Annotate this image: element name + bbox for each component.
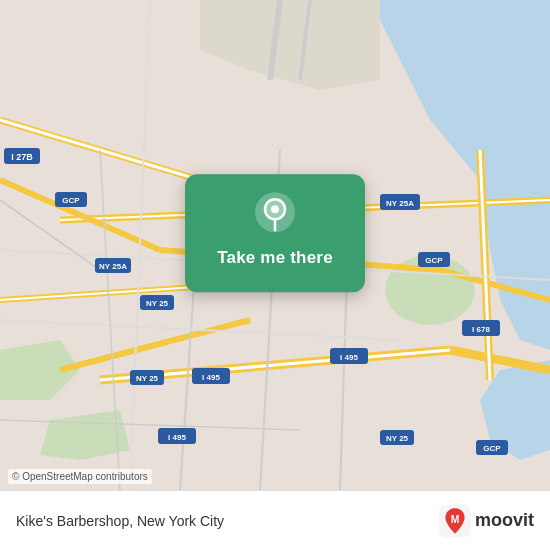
svg-point-62	[271, 205, 279, 213]
svg-text:I 495: I 495	[202, 373, 220, 382]
svg-text:NY 25: NY 25	[136, 374, 159, 383]
svg-text:I 495: I 495	[340, 353, 358, 362]
moovit-logo-icon: M	[439, 505, 471, 537]
osm-credit: © OpenStreetMap contributors	[8, 469, 152, 484]
svg-text:I 678: I 678	[472, 325, 490, 334]
svg-text:NY 25: NY 25	[146, 299, 169, 308]
svg-text:GCP: GCP	[483, 444, 501, 453]
location-label: Kike's Barbershop, New York City	[16, 513, 224, 529]
svg-text:GCP: GCP	[425, 256, 443, 265]
svg-text:I 495: I 495	[168, 433, 186, 442]
moovit-brand-name: moovit	[475, 510, 534, 531]
svg-text:I 27B: I 27B	[11, 152, 33, 162]
svg-text:M: M	[451, 513, 460, 524]
svg-text:NY 25: NY 25	[386, 434, 409, 443]
bottom-bar: Kike's Barbershop, New York City M moovi…	[0, 490, 550, 550]
svg-text:NY 25A: NY 25A	[386, 199, 414, 208]
location-pin-icon	[253, 190, 297, 234]
svg-text:GCP: GCP	[62, 196, 80, 205]
svg-text:NY 25A: NY 25A	[99, 262, 127, 271]
map-card: Take me there	[185, 174, 365, 292]
take-me-there-button[interactable]: Take me there	[217, 244, 333, 272]
moovit-logo: M moovit	[439, 505, 534, 537]
map-container: I 27B GCP NY 25A NY 25A NY 25 NY 25 GCP …	[0, 0, 550, 490]
